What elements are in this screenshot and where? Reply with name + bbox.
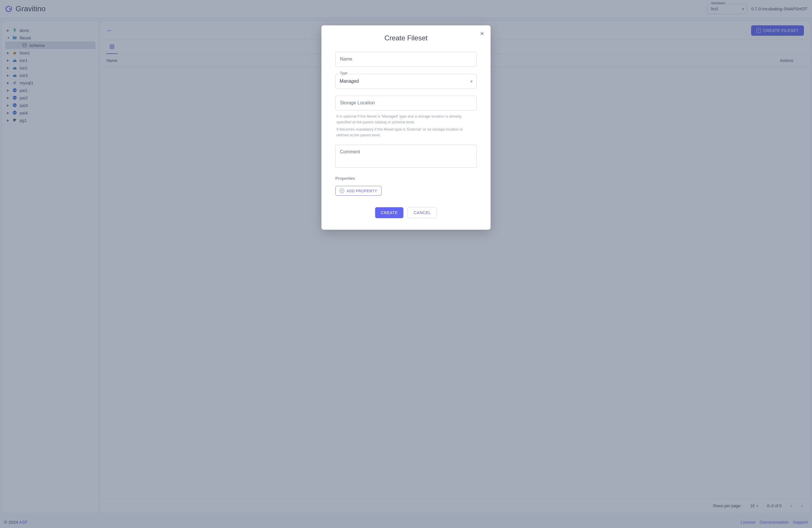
storage-location-input[interactable]	[335, 96, 477, 111]
create-fileset-modal: ✕ Create Fileset Name Managed Type ▾ Sto…	[321, 25, 491, 230]
type-value: Managed	[339, 79, 359, 84]
name-field-wrap: Name	[335, 52, 477, 67]
add-property-button[interactable]: + ADD PROPERTY	[335, 186, 381, 196]
modal-actions: CREATE CANCEL	[335, 207, 477, 218]
storage-helper-1: It is optional if the fileset is 'Manage…	[336, 114, 476, 125]
modal-title: Create Fileset	[335, 34, 477, 42]
storage-helper-2: It becomes mandatory if the fileset type…	[336, 126, 476, 138]
create-button[interactable]: CREATE	[375, 207, 404, 218]
comment-field-wrap: Comment	[335, 145, 477, 169]
comment-input[interactable]	[335, 145, 477, 168]
name-input[interactable]	[335, 52, 477, 67]
add-property-label: ADD PROPERTY	[347, 189, 377, 193]
close-icon: ✕	[480, 31, 484, 36]
cancel-button[interactable]: CANCEL	[407, 207, 437, 218]
type-select[interactable]: Managed	[335, 74, 477, 89]
plus-circle-icon: +	[339, 188, 344, 193]
modal-close-button[interactable]: ✕	[480, 31, 484, 37]
storage-field-wrap: Storage Location	[335, 96, 477, 111]
properties-label: Properties	[335, 176, 477, 181]
type-field-wrap: Managed Type ▾	[335, 74, 477, 89]
